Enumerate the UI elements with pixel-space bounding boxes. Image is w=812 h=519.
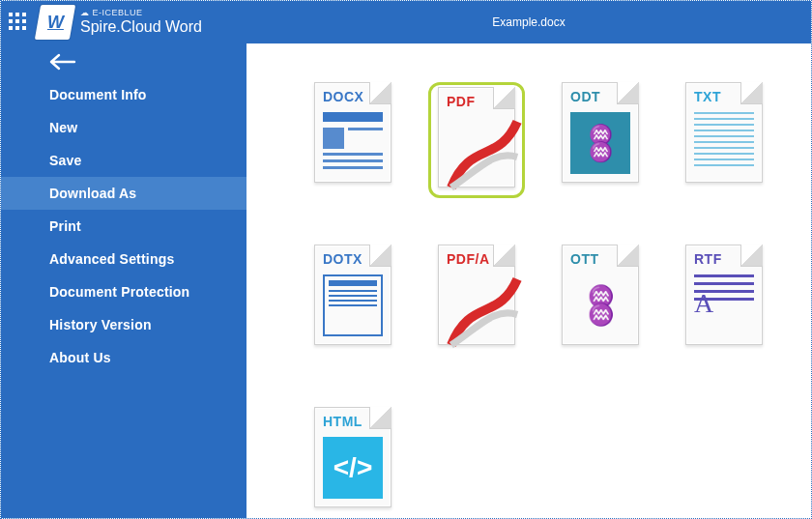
sidebar-item-about[interactable]: About Us bbox=[1, 341, 246, 374]
file-menu-sidebar: W E-ICEBLUE Spire.Cloud Word Document In… bbox=[1, 1, 246, 518]
file-icon-odt: ODT♒♒ bbox=[562, 82, 639, 183]
format-grid: DOCXPDFODT♒♒TXTDOTXPDF/AOTT♒♒RTFAHTML</> bbox=[246, 43, 811, 518]
format-option-pdf[interactable]: PDF bbox=[428, 82, 525, 198]
file-icon-html: HTML</> bbox=[314, 407, 392, 507]
document-title: Example.docx bbox=[492, 15, 565, 29]
header-bar: Example.docx bbox=[246, 1, 811, 43]
brand-vendor: E-ICEBLUE bbox=[80, 9, 202, 18]
sidebar-item-download[interactable]: Download As bbox=[1, 177, 246, 210]
main-area: Example.docx DOCXPDFODT♒♒TXTDOTXPDF/AOTT… bbox=[246, 1, 811, 518]
app-window: W E-ICEBLUE Spire.Cloud Word Document In… bbox=[0, 0, 812, 519]
sidebar-item-new[interactable]: New bbox=[1, 111, 246, 144]
format-option-pdfa[interactable]: PDF/A bbox=[428, 245, 525, 360]
format-option-ott[interactable]: OTT♒♒ bbox=[552, 245, 649, 360]
format-label: DOCX bbox=[323, 89, 363, 104]
back-button[interactable] bbox=[1, 43, 246, 74]
sidebar-item-doc-info[interactable]: Document Info bbox=[1, 78, 246, 111]
format-option-rtf[interactable]: RTFA bbox=[676, 245, 772, 360]
file-icon-pdfa: PDF/A bbox=[438, 245, 515, 345]
format-label: PDF bbox=[447, 94, 476, 109]
sidebar-item-history[interactable]: History Version bbox=[1, 308, 246, 341]
sidebar-item-protect[interactable]: Document Protection bbox=[1, 275, 246, 308]
sidebar-topbar: W E-ICEBLUE Spire.Cloud Word bbox=[1, 1, 246, 43]
format-label: DOTX bbox=[323, 251, 362, 267]
sidebar-item-print[interactable]: Print bbox=[1, 210, 246, 243]
file-icon-dotx: DOTX bbox=[314, 245, 392, 345]
format-label: ODT bbox=[570, 89, 600, 104]
format-label: TXT bbox=[694, 89, 721, 104]
sidebar-item-advanced[interactable]: Advanced Settings bbox=[1, 243, 246, 275]
file-icon-pdf: PDF bbox=[438, 87, 515, 187]
sidebar-item-save[interactable]: Save bbox=[1, 144, 246, 177]
format-label: HTML bbox=[323, 414, 362, 429]
apps-grid-icon[interactable] bbox=[9, 13, 28, 32]
file-icon-txt: TXT bbox=[685, 82, 763, 183]
app-logo-letter: W bbox=[47, 13, 64, 33]
file-icon-rtf: RTFA bbox=[685, 245, 763, 345]
format-option-docx[interactable]: DOCX bbox=[304, 82, 401, 198]
brand-block: E-ICEBLUE Spire.Cloud Word bbox=[80, 9, 202, 35]
format-option-html[interactable]: HTML</> bbox=[304, 407, 401, 518]
format-label: PDF/A bbox=[447, 251, 490, 267]
format-label: RTF bbox=[694, 251, 722, 267]
format-option-txt[interactable]: TXT bbox=[676, 82, 772, 198]
format-label: OTT bbox=[570, 251, 599, 267]
app-logo: W bbox=[35, 5, 75, 40]
file-icon-ott: OTT♒♒ bbox=[562, 245, 639, 345]
back-arrow-icon bbox=[49, 53, 76, 71]
format-option-odt[interactable]: ODT♒♒ bbox=[552, 82, 649, 198]
sidebar-menu: Document InfoNewSaveDownload AsPrintAdva… bbox=[1, 78, 246, 374]
brand-name: Spire.Cloud Word bbox=[80, 18, 202, 36]
file-icon-docx: DOCX bbox=[314, 82, 392, 183]
format-option-dotx[interactable]: DOTX bbox=[304, 245, 401, 360]
